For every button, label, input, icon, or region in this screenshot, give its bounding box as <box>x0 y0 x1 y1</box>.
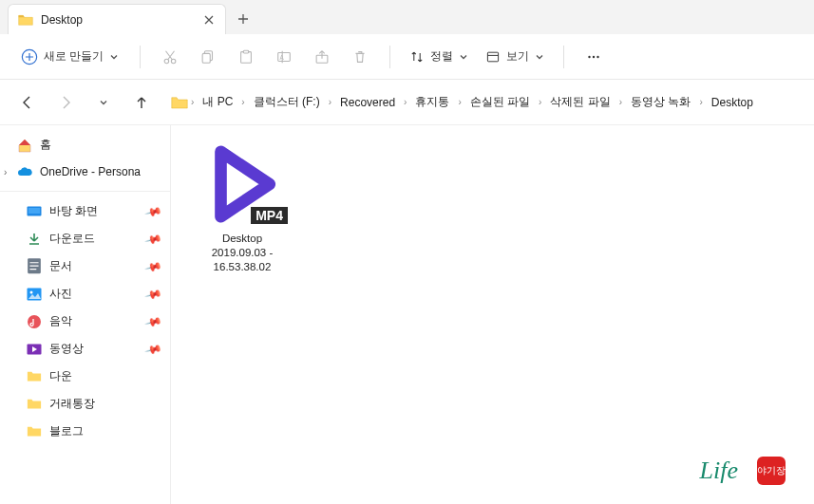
watermark-text: Life <box>700 457 738 485</box>
folder-icon <box>27 369 42 384</box>
nav-bar: › 내 PC› 클럭스터 (F:)› Recovered› 휴지통› 손실된 파… <box>0 80 814 125</box>
pin-icon: 📌 <box>144 340 163 359</box>
separator <box>140 46 141 68</box>
delete-button[interactable] <box>344 43 376 71</box>
new-tab-button[interactable] <box>226 4 260 34</box>
sort-label: 정렬 <box>430 48 453 65</box>
svg-point-2 <box>172 59 177 64</box>
chevron-down-icon <box>459 52 468 62</box>
svg-rect-10 <box>488 52 499 62</box>
pin-icon: 📌 <box>144 202 163 221</box>
more-button[interactable] <box>577 43 610 71</box>
tab-title: Desktop <box>41 13 195 27</box>
chevron-right-icon: › <box>190 97 195 107</box>
breadcrumb-item[interactable]: 손실된 파일 <box>464 91 536 113</box>
document-icon <box>27 259 42 274</box>
svg-point-1 <box>164 59 169 64</box>
tab-active[interactable]: Desktop <box>8 4 226 34</box>
svg-point-13 <box>597 55 599 57</box>
expand-icon[interactable]: › <box>4 167 15 177</box>
breadcrumb-item[interactable]: 내 PC <box>197 91 238 113</box>
sidebar-item-home[interactable]: 홈 <box>0 131 170 159</box>
watermark: Life 야기장 <box>700 457 786 485</box>
tab-bar: Desktop <box>0 0 814 34</box>
cloud-icon <box>17 164 32 179</box>
nav-forward-button[interactable] <box>51 88 80 117</box>
sidebar-item-desktop[interactable]: 바탕 화면 📌 <box>0 197 170 225</box>
address-bar[interactable]: › 내 PC› 클럭스터 (F:)› Recovered› 휴지통› 손실된 파… <box>165 87 801 118</box>
separator <box>0 191 170 192</box>
rename-button[interactable]: A <box>268 43 300 71</box>
desktop-icon <box>27 204 42 219</box>
svg-point-18 <box>30 290 33 293</box>
sidebar-item-label: 거래통장 <box>49 396 95 412</box>
sidebar-item-label: 동영상 <box>49 341 84 357</box>
separator <box>389 46 390 68</box>
sidebar-item-onedrive[interactable]: › OneDrive - Persona <box>0 159 170 185</box>
nav-recent-button[interactable] <box>89 88 118 117</box>
view-button[interactable]: 보기 <box>480 45 550 68</box>
chevron-down-icon <box>109 52 119 62</box>
sidebar-item-folder[interactable]: 다운 <box>0 363 170 390</box>
pin-icon: 📌 <box>144 285 163 304</box>
breadcrumb-item[interactable]: 클럭스터 (F:) <box>248 91 326 113</box>
file-name: Desktop 2019.09.03 - 16.53.38.02 <box>212 232 274 274</box>
sort-icon <box>409 49 425 65</box>
breadcrumb-item[interactable]: 동영상 녹화 <box>625 91 696 113</box>
folder-icon <box>18 13 33 27</box>
sidebar-item-label: 다운 <box>49 368 72 384</box>
toolbar: 새로 만들기 A 정렬 보기 <box>0 34 814 80</box>
folder-icon <box>27 397 42 412</box>
view-icon <box>485 49 501 65</box>
music-icon <box>27 314 42 329</box>
file-badge: MP4 <box>251 207 288 224</box>
separator <box>563 46 564 68</box>
sidebar-item-label: 다운로드 <box>49 231 95 247</box>
sidebar-item-label: 사진 <box>49 286 72 302</box>
share-button[interactable] <box>306 43 338 71</box>
pin-icon: 📌 <box>144 257 163 276</box>
breadcrumb-item[interactable]: Recovered <box>334 93 401 112</box>
sidebar-item-downloads[interactable]: 다운로드 📌 <box>0 225 170 252</box>
chevron-down-icon <box>535 52 544 62</box>
tab-close-button[interactable] <box>202 13 216 27</box>
paste-button[interactable] <box>230 43 262 71</box>
breadcrumb-item[interactable]: Desktop <box>706 93 759 112</box>
svg-rect-15 <box>28 208 40 214</box>
svg-rect-4 <box>202 53 210 63</box>
folder-icon <box>27 424 42 439</box>
sidebar-item-videos[interactable]: 동영상 📌 <box>0 335 170 363</box>
nav-up-button[interactable] <box>127 88 156 117</box>
folder-icon <box>171 95 188 110</box>
cut-button[interactable] <box>154 43 186 71</box>
sidebar-item-documents[interactable]: 문서 📌 <box>0 252 170 280</box>
svg-point-11 <box>589 55 591 57</box>
svg-point-19 <box>28 315 41 328</box>
new-button-label: 새로 만들기 <box>44 48 104 65</box>
breadcrumb-item[interactable]: 삭제된 파일 <box>544 91 615 113</box>
sidebar-item-pictures[interactable]: 사진 📌 <box>0 280 170 308</box>
picture-icon <box>27 287 42 302</box>
sidebar-item-label: 블로그 <box>49 423 84 439</box>
watermark-stamp: 야기장 <box>757 457 786 485</box>
video-icon <box>27 342 42 357</box>
sidebar-item-folder[interactable]: 거래통장 <box>0 390 170 418</box>
copy-button[interactable] <box>192 43 224 71</box>
sidebar: 홈 › OneDrive - Persona 바탕 화면 📌 다운로드 📌 문서… <box>0 125 171 504</box>
sidebar-item-music[interactable]: 음악 📌 <box>0 308 170 335</box>
sidebar-item-label: 음악 <box>49 313 72 329</box>
svg-text:A: A <box>280 53 285 60</box>
pin-icon: 📌 <box>144 230 163 249</box>
download-icon <box>27 232 42 247</box>
sort-button[interactable]: 정렬 <box>404 45 474 68</box>
new-button[interactable]: 새로 만들기 <box>13 45 126 69</box>
plus-circle-icon <box>21 48 38 65</box>
sidebar-item-label: 홈 <box>40 137 51 153</box>
file-item[interactable]: MP4 Desktop 2019.09.03 - 16.53.38.02 <box>190 139 294 274</box>
sidebar-item-folder[interactable]: 블로그 <box>0 418 170 445</box>
nav-back-button[interactable] <box>13 88 42 117</box>
breadcrumb-item[interactable]: 휴지통 <box>409 91 455 113</box>
content-pane[interactable]: MP4 Desktop 2019.09.03 - 16.53.38.02 Lif… <box>171 125 814 504</box>
svg-point-12 <box>593 55 595 57</box>
home-icon <box>17 138 32 153</box>
